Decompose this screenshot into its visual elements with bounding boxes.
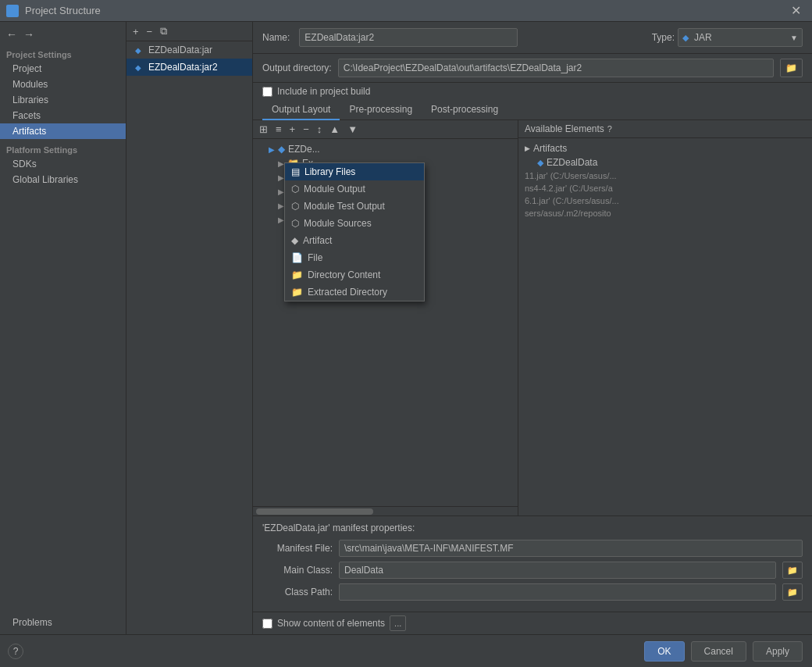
expand-icon: ▶ (278, 202, 284, 210)
copy-artifact-button[interactable]: ⧉ (157, 23, 170, 39)
dropdown-item-module-test-output[interactable]: ⬡ Module Test Output (285, 198, 424, 215)
avail-item-partial-2[interactable]: ns4-4.2.jar' (C:/Users/a (518, 182, 812, 194)
horizontal-scrollbar[interactable] (256, 508, 373, 515)
right-panel: Name: Type: ◆ JAR ▼ Output directory: 📁 (253, 22, 812, 634)
show-content-checkbox[interactable] (262, 619, 272, 629)
manifest-file-input[interactable] (339, 540, 803, 557)
close-button[interactable]: ✕ (786, 2, 806, 20)
tree-content[interactable]: ▶ ◆ EZDe... ▶ 📁 Ex... ▶ 📁 Ex... (253, 139, 518, 506)
sidebar-item-artifacts[interactable]: Artifacts (0, 123, 126, 139)
dropdown-item-module-output[interactable]: ⬡ Module Output (285, 180, 424, 198)
dropdown-item-artifact[interactable]: ◆ Artifact (285, 232, 424, 249)
output-dir-row: Output directory: 📁 (253, 54, 812, 83)
bottom-bar: OK Cancel Apply (0, 634, 812, 667)
class-path-row: Class Path: 📁 (262, 583, 803, 601)
apply-button[interactable]: Apply (753, 641, 803, 662)
avail-item-partial-1[interactable]: 11.jar' (C:/Users/asus/... (518, 169, 812, 182)
module-sources-icon: ⬡ (291, 218, 299, 229)
nav-back-button[interactable]: ← (5, 27, 19, 42)
sidebar-item-label: Libraries (12, 95, 48, 105)
artifact-toolbar: + − ⧉ (126, 22, 252, 41)
show-content-label: Show content of elements (277, 618, 385, 629)
name-type-row: Name: Type: ◆ JAR ▼ (253, 22, 812, 54)
tree-move-button[interactable]: ↕ (314, 122, 326, 137)
sidebar-item-sdks[interactable]: SDKs (0, 156, 126, 172)
tree-remove-button[interactable]: − (300, 122, 312, 137)
dropdown-item-library-files[interactable]: ▤ Library Files (285, 163, 424, 180)
available-content[interactable]: ▶ Artifacts ◆ EZDealData 11.jar' (C:/Use… (518, 138, 812, 515)
sidebar-nav: ← → (0, 25, 126, 44)
sidebar-item-label: Artifacts (12, 126, 46, 137)
artifact-icon: ◆ (291, 235, 298, 246)
dropdown-item-label: Directory Content (308, 269, 380, 280)
tree-list-button[interactable]: ≡ (272, 122, 285, 137)
output-dir-label: Output directory: (262, 62, 332, 73)
triangle-icon: ▶ (269, 145, 275, 154)
avail-item-artifacts[interactable]: ▶ Artifacts (518, 141, 812, 155)
manifest-section: 'EZDealData.jar' manifest properties: Ma… (253, 515, 812, 612)
sidebar-item-project[interactable]: Project (0, 61, 126, 77)
sidebar-item-label: Facets (12, 110, 41, 121)
tree-item-label: EZDe... (288, 144, 320, 155)
sidebar-item-facets[interactable]: Facets (0, 108, 126, 123)
artifact-item-jar1[interactable]: ◆ EZDealData:jar (126, 41, 252, 59)
tree-up-button[interactable]: ▲ (326, 122, 343, 137)
ok-button[interactable]: OK (644, 641, 684, 662)
type-select-wrapper: ◆ JAR ▼ (678, 28, 803, 47)
class-path-input[interactable] (339, 583, 776, 601)
tree-toolbar: ⊞ ≡ + − ↕ ▲ ▼ (253, 120, 518, 139)
main-class-folder-button[interactable]: 📁 (782, 562, 803, 579)
jar-icon: ◆ (133, 45, 144, 55)
expand-icon: ▶ (278, 173, 284, 182)
help-icon[interactable]: ? (607, 124, 612, 134)
add-artifact-button[interactable]: + (130, 24, 142, 39)
output-dir-folder-button[interactable]: 📁 (780, 59, 803, 77)
artifact-item-jar2[interactable]: ◆ EZDealData:jar2 (126, 59, 252, 76)
sidebar-item-global-libraries[interactable]: Global Libraries (0, 172, 126, 187)
window-title: Project Structure (25, 5, 101, 16)
name-label: Name: (262, 32, 290, 43)
add-element-dropdown: ▤ Library Files ⬡ Module Output ⬡ Module… (284, 162, 425, 301)
dropdown-item-file[interactable]: 📄 File (285, 249, 424, 266)
type-icon: ◆ (682, 33, 689, 43)
dropdown-item-module-sources[interactable]: ⬡ Module Sources (285, 215, 424, 232)
show-content-dots-button[interactable]: ... (390, 615, 406, 631)
directory-content-icon: 📁 (291, 269, 303, 280)
help-button[interactable]: ? (8, 644, 23, 659)
avail-item-ezdealdata[interactable]: ◆ EZDealData (518, 155, 812, 169)
available-elements-label: Available Elements (525, 123, 604, 134)
main-layout: ← → Project Settings Project Modules Lib… (0, 22, 812, 634)
name-input[interactable] (299, 28, 518, 47)
include-checkbox[interactable] (262, 87, 272, 97)
main-class-input[interactable] (339, 562, 776, 579)
expand-icon: ▶ (278, 216, 284, 224)
output-layout-area: ⊞ ≡ + − ↕ ▲ ▼ ▶ ◆ EZDe... (253, 120, 812, 515)
tab-output-layout[interactable]: Output Layout (262, 100, 340, 120)
tab-post-processing[interactable]: Post-processing (422, 100, 508, 120)
nav-forward-button[interactable]: → (22, 27, 36, 42)
dropdown-item-directory-content[interactable]: 📁 Directory Content (285, 266, 424, 284)
dropdown-item-label: Module Sources (304, 218, 372, 229)
tree-panel: ⊞ ≡ + − ↕ ▲ ▼ ▶ ◆ EZDe... (253, 120, 518, 515)
sidebar-item-modules[interactable]: Modules (0, 77, 126, 92)
class-path-folder-button[interactable]: 📁 (782, 583, 803, 601)
sidebar: ← → Project Settings Project Modules Lib… (0, 22, 126, 634)
avail-item-partial-3[interactable]: 6.1.jar' (C:/Users/asus/... (518, 194, 812, 207)
sidebar-item-problems[interactable]: Problems (0, 615, 126, 634)
avail-item-label: ns4-4.2.jar' (C:/Users/a (525, 184, 613, 193)
dropdown-item-extracted-directory[interactable]: 📁 Extracted Directory (285, 284, 424, 301)
avail-item-partial-4[interactable]: sers/asus/.m2/reposito (518, 207, 812, 219)
manifest-title: 'EZDealData.jar' manifest properties: (262, 523, 803, 533)
tree-add-button[interactable]: + (287, 122, 299, 137)
tree-down-button[interactable]: ▼ (344, 122, 361, 137)
tree-layout-button[interactable]: ⊞ (256, 122, 271, 137)
expand-icon: ▶ (278, 159, 284, 168)
tree-item[interactable]: ▶ ◆ EZDe... (253, 142, 518, 156)
sidebar-item-label: Modules (12, 79, 48, 90)
cancel-button[interactable]: Cancel (691, 641, 746, 662)
remove-artifact-button[interactable]: − (144, 24, 156, 39)
type-select[interactable]: JAR (678, 28, 803, 47)
output-dir-input[interactable] (338, 59, 774, 77)
tab-pre-processing[interactable]: Pre-processing (340, 100, 422, 120)
sidebar-item-libraries[interactable]: Libraries (0, 92, 126, 108)
